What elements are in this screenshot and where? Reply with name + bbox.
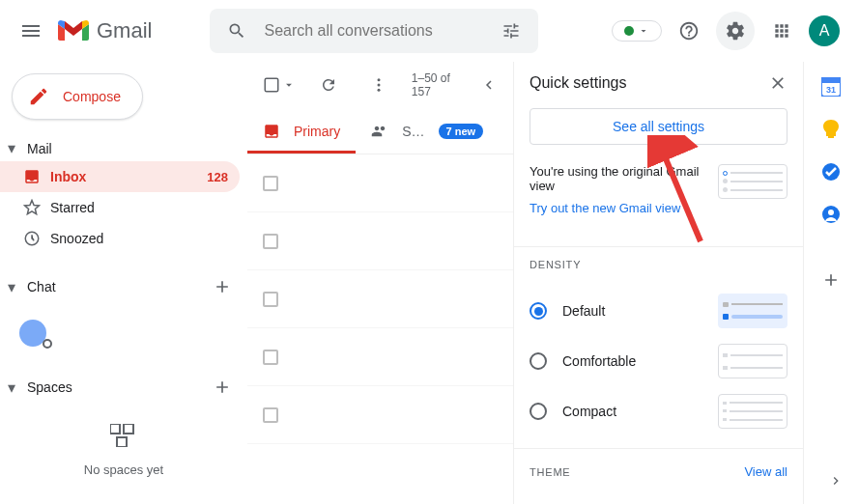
- contacts-icon: [821, 205, 841, 224]
- pagination: 1–50 of 157: [412, 71, 498, 98]
- quick-settings-panel: Quick settings See all settings You're u…: [513, 62, 803, 504]
- svg-rect-9: [821, 77, 841, 83]
- content-area: 1–50 of 157 Primary S… 7 new: [247, 62, 859, 504]
- sidebar-item-starred[interactable]: Starred: [0, 192, 240, 223]
- calendar-app-button[interactable]: 31: [821, 77, 841, 97]
- contacts-app-button[interactable]: [821, 205, 841, 224]
- keep-icon: [821, 120, 841, 139]
- category-tabs: Primary S… 7 new: [247, 108, 513, 154]
- mail-row[interactable]: [247, 212, 513, 270]
- gmail-logo[interactable]: Gmail: [58, 18, 152, 43]
- chevron-down-icon: ▾: [8, 139, 27, 157]
- app-name: Gmail: [97, 18, 152, 43]
- gear-icon: [725, 20, 746, 42]
- new-badge: 7 new: [439, 124, 484, 139]
- active-status-dot: [624, 26, 634, 36]
- pencil-icon: [28, 86, 49, 107]
- search-input[interactable]: [256, 22, 492, 40]
- radio-button[interactable]: [530, 302, 547, 320]
- new-chat-button[interactable]: [205, 269, 240, 304]
- get-addons-button[interactable]: [821, 270, 841, 290]
- spaces-section-header[interactable]: ▾ Spaces: [0, 366, 247, 408]
- meet-section-header[interactable]: ▸ Meet: [0, 500, 247, 504]
- new-space-button[interactable]: [205, 370, 240, 405]
- dropdown-icon: [282, 78, 296, 92]
- close-settings-button[interactable]: [768, 73, 787, 93]
- theme-section-label: THEME: [530, 466, 571, 478]
- status-indicator[interactable]: [612, 20, 662, 42]
- calendar-icon: 31: [821, 77, 841, 97]
- density-option-comfortable[interactable]: Comfortable: [530, 336, 787, 386]
- refresh-button[interactable]: [311, 68, 346, 102]
- view-notice-text: You're using the original Gmail view: [530, 164, 706, 193]
- people-icon: [371, 123, 388, 140]
- side-panel-toggle[interactable]: [828, 473, 844, 489]
- chevron-left-icon[interactable]: [480, 76, 498, 94]
- svg-point-7: [377, 89, 380, 92]
- mail-row[interactable]: [247, 154, 513, 212]
- sidebar-item-inbox[interactable]: Inbox 128: [0, 161, 240, 192]
- header-actions: A: [612, 12, 840, 50]
- density-option-default[interactable]: Default: [530, 286, 787, 336]
- apps-grid-icon: [772, 21, 791, 41]
- svg-rect-2: [124, 424, 133, 434]
- mail-checkbox[interactable]: [263, 350, 278, 365]
- support-button[interactable]: [670, 12, 708, 50]
- mail-checkbox[interactable]: [263, 407, 278, 423]
- header: Gmail A: [0, 0, 859, 62]
- inbox-icon: [263, 123, 280, 140]
- mail-checkbox[interactable]: [263, 292, 278, 307]
- right-sidebar: 31: [803, 62, 857, 504]
- search-options-icon[interactable]: [492, 12, 530, 50]
- google-apps-button[interactable]: [762, 12, 801, 50]
- main-menu-button[interactable]: [8, 8, 54, 54]
- svg-rect-1: [110, 424, 120, 434]
- svg-rect-4: [265, 78, 278, 92]
- search-icon[interactable]: [217, 12, 256, 50]
- mail-checkbox[interactable]: [263, 176, 278, 191]
- select-all-checkbox[interactable]: [263, 76, 296, 94]
- density-preview-default: [718, 294, 787, 328]
- svg-text:31: 31: [825, 85, 835, 95]
- settings-title: Quick settings: [530, 74, 626, 92]
- mail-toolbar: 1–50 of 157: [247, 62, 513, 108]
- density-section-label: DENSITY: [530, 259, 787, 270]
- density-preview-compact: [718, 394, 787, 429]
- radio-button[interactable]: [530, 403, 547, 420]
- radio-button[interactable]: [530, 352, 547, 370]
- chevron-down-icon: ▾: [8, 278, 27, 296]
- compose-label: Compose: [63, 89, 121, 104]
- mail-row[interactable]: [247, 328, 513, 386]
- spaces-empty-state: No spaces yet: [0, 408, 247, 492]
- svg-point-14: [828, 210, 834, 215]
- tasks-app-button[interactable]: [821, 162, 841, 182]
- mail-checkbox[interactable]: [263, 234, 278, 249]
- try-new-view-link[interactable]: Try out the new Gmail view: [530, 201, 706, 215]
- keep-app-button[interactable]: [821, 120, 841, 139]
- settings-button[interactable]: [716, 12, 755, 50]
- dropdown-icon: [638, 25, 649, 37]
- mail-row[interactable]: [247, 270, 513, 328]
- compose-button[interactable]: Compose: [12, 73, 143, 120]
- refresh-icon: [320, 76, 337, 94]
- tab-social[interactable]: S… 7 new: [356, 108, 499, 154]
- account-avatar[interactable]: A: [809, 15, 840, 46]
- sidebar-item-snoozed[interactable]: Snoozed: [0, 223, 240, 254]
- view-all-themes-link[interactable]: View all: [744, 464, 787, 479]
- close-icon: [768, 73, 787, 93]
- more-actions-button[interactable]: [361, 68, 396, 102]
- presence-indicator: [43, 339, 52, 349]
- search-bar[interactable]: [210, 9, 538, 53]
- svg-rect-11: [828, 136, 834, 138]
- see-all-settings-button[interactable]: See all settings: [530, 108, 787, 145]
- density-option-compact[interactable]: Compact: [530, 386, 787, 436]
- mail-section-header[interactable]: ▾ Mail: [0, 135, 247, 161]
- mail-row[interactable]: [247, 386, 513, 444]
- chat-contact[interactable]: [19, 320, 50, 347]
- chat-section-header[interactable]: ▾ Chat: [0, 266, 247, 308]
- gmail-logo-icon: [58, 19, 89, 42]
- spaces-icon: [110, 424, 137, 447]
- plus-icon: [821, 270, 841, 290]
- tab-primary[interactable]: Primary: [247, 108, 356, 154]
- clock-icon: [23, 230, 50, 247]
